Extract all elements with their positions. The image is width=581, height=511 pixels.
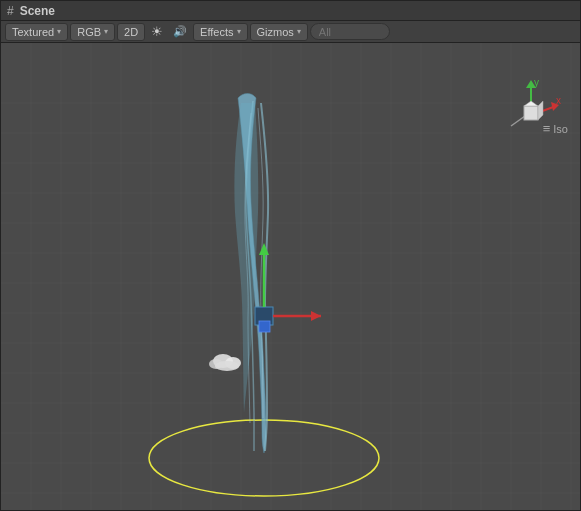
unity-scene-window: # Scene Textured ▾ RGB ▾ 2D ☀ 🔊 Effects … bbox=[0, 0, 581, 511]
color-mode-dropdown[interactable]: RGB ▾ bbox=[70, 23, 115, 41]
audio-icon: 🔊 bbox=[173, 25, 187, 38]
gizmos-label: Gizmos bbox=[257, 26, 294, 38]
svg-rect-0 bbox=[1, 43, 580, 510]
view-mode-label: Textured bbox=[12, 26, 54, 38]
scene-canvas: y x bbox=[1, 43, 580, 510]
dimension-label: 2D bbox=[124, 26, 138, 38]
dimension-toggle[interactable]: 2D bbox=[117, 23, 145, 41]
scene-viewport[interactable]: y x Iso bbox=[1, 43, 580, 510]
sun-button[interactable]: ☀ bbox=[147, 23, 167, 41]
gizmos-dropdown[interactable]: Gizmos ▾ bbox=[250, 23, 308, 41]
view-mode-dropdown[interactable]: Textured ▾ bbox=[5, 23, 68, 41]
audio-button[interactable]: 🔊 bbox=[169, 23, 191, 41]
svg-rect-40 bbox=[259, 321, 270, 332]
svg-point-44 bbox=[215, 361, 239, 371]
color-mode-arrow: ▾ bbox=[104, 27, 108, 36]
iso-label: Iso bbox=[543, 121, 568, 136]
svg-rect-53 bbox=[524, 106, 538, 120]
window-title: Scene bbox=[20, 4, 55, 18]
color-mode-label: RGB bbox=[77, 26, 101, 38]
effects-arrow: ▾ bbox=[237, 27, 241, 36]
gizmos-arrow: ▾ bbox=[297, 27, 301, 36]
search-input[interactable] bbox=[310, 23, 390, 40]
sun-icon: ☀ bbox=[151, 24, 163, 39]
effects-dropdown[interactable]: Effects ▾ bbox=[193, 23, 247, 41]
view-mode-arrow: ▾ bbox=[57, 27, 61, 36]
svg-text:x: x bbox=[556, 95, 561, 106]
scene-toolbar: Textured ▾ RGB ▾ 2D ☀ 🔊 Effects ▾ Gizmos… bbox=[1, 21, 580, 43]
title-bar: # Scene bbox=[1, 1, 580, 21]
scene-icon: # bbox=[7, 4, 14, 18]
svg-text:y: y bbox=[534, 77, 539, 88]
effects-label: Effects bbox=[200, 26, 233, 38]
